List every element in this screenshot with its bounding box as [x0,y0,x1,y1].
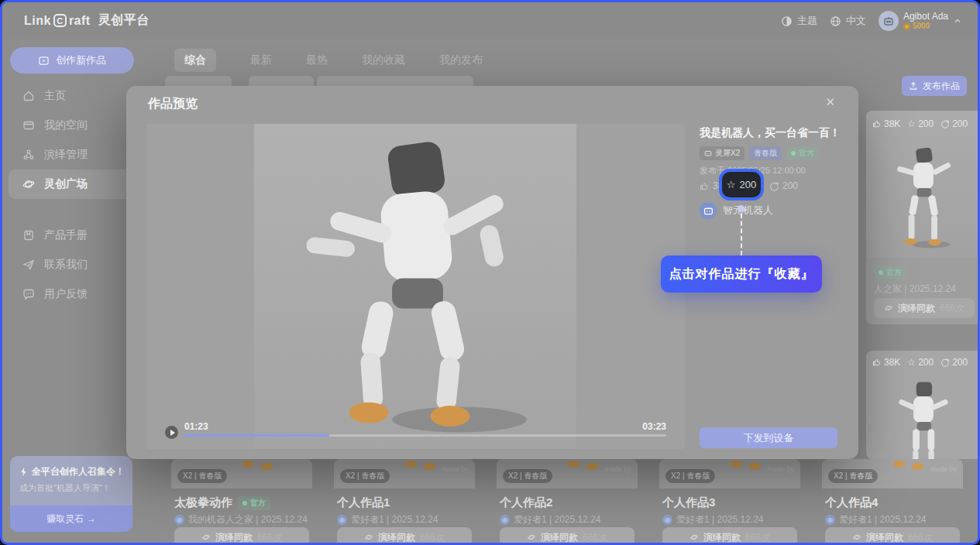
official-label: 官方 [886,267,902,278]
star-icon: ☆ [727,179,736,190]
official-label: 官方 [250,498,266,509]
video-frame [254,124,576,449]
work-card[interactable]: X2 | 青春版 made by 个人作品2 ◎爱好者1 | 2025.12.2… [497,459,638,545]
sidebar-item-performance-management[interactable]: 演绎管理 [2,140,142,170]
language-switcher[interactable]: 中文 [830,14,866,28]
work-card[interactable]: 38K ☆200 200 官方 人之家 | 2025.12. [866,111,980,324]
card-author-date: 我的机器人之家 | 2025.12.24 [188,513,308,526]
share-count: 200 [952,118,968,129]
replay-count: 666次 [745,531,770,544]
replay-same-button[interactable]: 演绎同款 666次 [825,527,960,545]
coin-icon [903,23,910,30]
tab-newest[interactable]: 最新 [250,53,272,67]
app-window: LinkCraft 灵创平台 主题 中文 Agibot [0,0,980,545]
tab-hottest[interactable]: 最热 [306,53,328,67]
bolt-icon [19,467,28,477]
like-stat[interactable]: 38K [872,357,900,368]
replay-label: 演绎同款 [898,302,935,315]
send-to-device-button[interactable]: 下发到设备 [700,427,837,448]
work-card[interactable]: X2 | 青春版 made by 个人作品4 ◎爱好者1 | 2025.12.2… [822,459,963,545]
sidebar: 创作新作品 主页 我的空间 演绎管理 灵创广场 产品手册 [2,39,142,543]
favorite-stat[interactable]: ☆200 [907,118,934,129]
like-stat[interactable]: 38K [872,118,900,129]
planet-icon [527,533,536,542]
sidebar-item-contact-us[interactable]: 联系我们 [2,250,142,279]
favorite-stat[interactable]: ☆200 [907,357,934,368]
replay-same-button[interactable]: 演绎同款 666次 [874,298,975,318]
create-new-work-button[interactable]: 创作新作品 [10,47,134,74]
sidebar-item-lingchuang-square[interactable]: 灵创广场 [9,170,134,199]
promo-subtitle: 成为首批"机器人导演"！ [19,482,111,494]
replay-same-button[interactable]: 演绎同款 666次 [337,527,472,545]
author-row[interactable]: 智元机器人 [700,202,773,219]
sidebar-item-product-manual[interactable]: 产品手册 [2,221,142,250]
work-card[interactable]: 38K ☆200 200 [866,351,980,459]
tab-comprehensive[interactable]: 综合 [174,49,216,72]
model-tag: 灵犀X2 [700,146,744,160]
card-title: 个人作品4 [825,495,878,510]
nodes-icon [22,149,35,161]
globe-icon [830,15,841,27]
publish-work-button[interactable]: 发布作品 [902,76,967,96]
sidebar-item-user-feedback[interactable]: 用户反馈 [2,279,142,309]
favorite-button-highlighted[interactable]: ☆ 200 [719,169,764,201]
work-card[interactable]: X2 | 青春版 made by 个人作品3 ◎爱好者1 | 2025.12.2… [659,459,800,545]
card-title: 个人作品2 [500,495,552,510]
promo-title: 全平台创作人召集令！ [32,465,125,478]
card-title: 个人作品1 [337,495,390,510]
work-card[interactable]: X2 | 青春版 太极拳动作 官方 ◎我的机器人之家 | 2025.12.24 … [171,459,312,545]
share-stat[interactable]: 200 [940,357,968,368]
author-avatar-icon: ◎ [337,515,347,525]
card-author-date: 人之家 | 2025.12.24 [874,283,956,296]
progress-bar[interactable] [184,434,666,437]
tab-my-favorites[interactable]: 我的收藏 [362,53,405,67]
user-name: Agibot Ada [903,11,948,22]
chevron-up-icon[interactable] [953,16,962,26]
share-stat[interactable]: 200 [940,118,968,129]
planet-icon [201,533,211,542]
planet-icon [884,303,893,313]
replay-label: 演绎同款 [378,531,415,544]
brand-logo: LinkCraft 灵创平台 [24,12,150,29]
upload-icon [909,81,918,91]
star-icon: ☆ [907,357,916,368]
author-name: 智元机器人 [723,204,773,218]
play-button[interactable] [165,426,178,439]
progress-fill [184,434,329,437]
replay-count: 666次 [420,531,445,544]
sidebar-item-label: 产品手册 [44,228,88,242]
earn-gems-button[interactable]: 赚取灵石 → [10,506,132,532]
tab-my-posts[interactable]: 我的发布 [439,53,483,67]
author-avatar-icon: ◎ [825,515,835,525]
theme-toggle[interactable]: 主题 [781,14,817,28]
card-author-date: 爱好者1 | 2025.12.24 [351,513,438,526]
official-label: 官方 [799,148,814,159]
sidebar-item-home[interactable]: 主页 [2,81,142,111]
feed-tabs: 综合 最新 最热 我的收藏 我的发布 [174,49,483,72]
replay-same-button[interactable]: 演绎同款 666次 [500,527,634,545]
tour-connector-dot [738,205,744,212]
language-label: 中文 [846,14,866,28]
robot-thumbnail [888,374,959,459]
replay-same-button[interactable]: 演绎同款 666次 [174,527,309,545]
model-badge: X2 | 青春版 [828,469,878,483]
replay-count: 666次 [257,531,282,544]
work-card[interactable]: X2 | 青春版 made by 个人作品1 ◎爱好者1 | 2025.12.2… [334,459,475,545]
brand-c-icon: C [53,14,67,27]
current-time: 01:23 [184,421,208,432]
author-avatar-icon: ◎ [174,515,184,525]
watermark: made by [604,465,631,473]
user-menu[interactable]: Agibot Ada 5000 [879,11,962,31]
share-count: 200 [782,180,798,191]
card-title: 太极拳动作 [174,495,232,510]
share-count: 200 [952,357,968,368]
modal-title: 作品预览 [148,96,198,112]
comment-icon [22,288,35,300]
close-icon[interactable]: ✕ [825,95,835,109]
sidebar-item-my-space[interactable]: 我的空间 [2,111,142,140]
model-tag-label: 灵犀X2 [715,148,740,159]
replay-label: 演绎同款 [866,531,903,544]
share-button[interactable]: 200 [769,180,798,191]
replay-same-button[interactable]: 演绎同款 666次 [662,527,797,545]
brand-logo-pre: Link [24,14,51,28]
